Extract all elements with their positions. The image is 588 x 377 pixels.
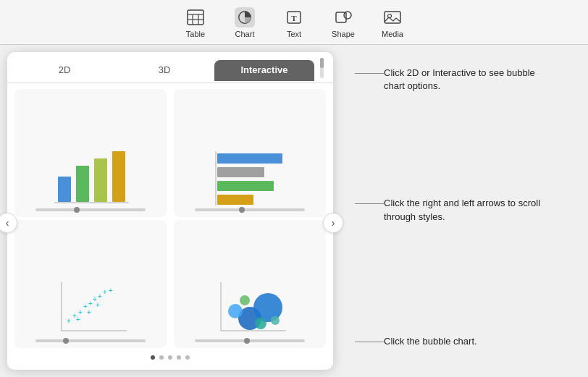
annotation-line-2 xyxy=(355,203,384,204)
svg-text:T: T xyxy=(291,14,297,22)
shape-icon xyxy=(333,7,353,27)
svg-rect-15 xyxy=(112,151,125,202)
svg-text:+: + xyxy=(67,317,71,325)
toolbar-item-text[interactable]: T Text xyxy=(278,7,310,38)
chart-row-1 xyxy=(14,89,326,217)
annotation-line-3 xyxy=(355,342,384,342)
toolbar-shape-label: Shape xyxy=(332,30,355,38)
page-dot-3[interactable] xyxy=(168,355,172,360)
svg-rect-13 xyxy=(76,166,89,202)
svg-rect-12 xyxy=(58,177,71,202)
chart-card-bar-horizontal[interactable] xyxy=(174,89,326,217)
annotation-text-2: Click the right and left arrows to scrol… xyxy=(384,197,543,223)
chart-card-scatter[interactable]: + + + + + + + + + + + + xyxy=(14,220,167,348)
tab-bar: 2D 3D Interactive xyxy=(7,52,333,83)
svg-point-11 xyxy=(388,14,392,18)
nav-right-arrow[interactable]: › xyxy=(323,213,343,233)
chart-icon xyxy=(235,7,255,27)
svg-point-43 xyxy=(271,316,280,325)
bar-horizontal-svg xyxy=(210,148,290,206)
chart-row-2: + + + + + + + + + + + + xyxy=(14,220,326,348)
svg-text:+: + xyxy=(109,287,113,295)
svg-rect-0 xyxy=(188,10,203,25)
svg-rect-14 xyxy=(94,158,107,202)
tab-scrollbar xyxy=(317,58,326,82)
tab-3d[interactable]: 3D xyxy=(114,60,214,81)
page-dot-2[interactable] xyxy=(159,355,164,360)
slider-bar-horizontal[interactable] xyxy=(195,208,305,211)
pagination xyxy=(14,351,326,363)
toolbar-text-label: Text xyxy=(287,30,301,38)
svg-text:+: + xyxy=(98,292,102,300)
annotation-2d-interactive: Click 2D or Interactive to see bubble ch… xyxy=(355,67,581,93)
toolbar: Table Chart T Text Shape xyxy=(0,0,588,45)
toolbar-item-chart[interactable]: Chart xyxy=(229,7,261,38)
scatter-svg: + + + + + + + + + + + + xyxy=(51,279,130,336)
annotations-panel: Click 2D or Interactive to see bubble ch… xyxy=(348,52,581,370)
text-icon: T xyxy=(284,7,304,27)
bar-vertical-svg xyxy=(51,148,130,206)
svg-point-40 xyxy=(228,304,243,318)
svg-rect-19 xyxy=(217,181,274,191)
svg-text:+: + xyxy=(76,315,80,323)
annotation-line-1 xyxy=(355,73,384,74)
tab-interactive[interactable]: Interactive xyxy=(214,60,314,81)
toolbar-chart-label: Chart xyxy=(235,30,255,38)
svg-point-41 xyxy=(255,318,266,329)
toolbar-item-media[interactable]: Media xyxy=(377,7,408,38)
slider-scatter[interactable] xyxy=(35,339,146,342)
toolbar-item-table[interactable]: Table xyxy=(180,7,211,38)
toolbar-table-label: Table xyxy=(186,30,205,38)
main-area: 2D 3D Interactive ‹ › xyxy=(0,45,588,377)
slider-bubble[interactable] xyxy=(195,339,305,342)
chart-card-bar-vertical[interactable] xyxy=(14,89,167,217)
page-dot-5[interactable] xyxy=(185,355,190,360)
tab-2d[interactable]: 2D xyxy=(14,60,114,81)
toolbar-item-shape[interactable]: Shape xyxy=(327,7,359,38)
page-dot-1[interactable] xyxy=(151,355,155,360)
svg-point-9 xyxy=(344,12,351,19)
svg-text:+: + xyxy=(87,308,91,316)
svg-rect-10 xyxy=(385,12,400,23)
chart-grid: ‹ › xyxy=(7,83,333,363)
annotation-text-1: Click 2D or Interactive to see bubble ch… xyxy=(384,67,543,93)
page-dot-4[interactable] xyxy=(177,355,181,360)
bubble-svg xyxy=(210,279,290,336)
svg-rect-20 xyxy=(217,195,253,205)
toolbar-media-label: Media xyxy=(382,30,403,38)
annotation-arrows: Click the right and left arrows to scrol… xyxy=(355,197,581,223)
chart-picker-panel: 2D 3D Interactive ‹ › xyxy=(7,52,333,370)
slider-bar-vertical[interactable] xyxy=(35,208,146,211)
svg-text:+: + xyxy=(103,288,107,296)
table-icon xyxy=(185,7,206,27)
svg-point-42 xyxy=(240,295,250,305)
svg-text:+: + xyxy=(96,301,100,309)
svg-rect-18 xyxy=(217,167,264,177)
annotation-bubble: Click the bubble chart. xyxy=(355,335,581,348)
media-icon xyxy=(382,7,403,27)
annotation-text-3: Click the bubble chart. xyxy=(384,335,477,348)
chart-card-bubble[interactable] xyxy=(174,220,326,348)
svg-rect-17 xyxy=(217,153,282,164)
